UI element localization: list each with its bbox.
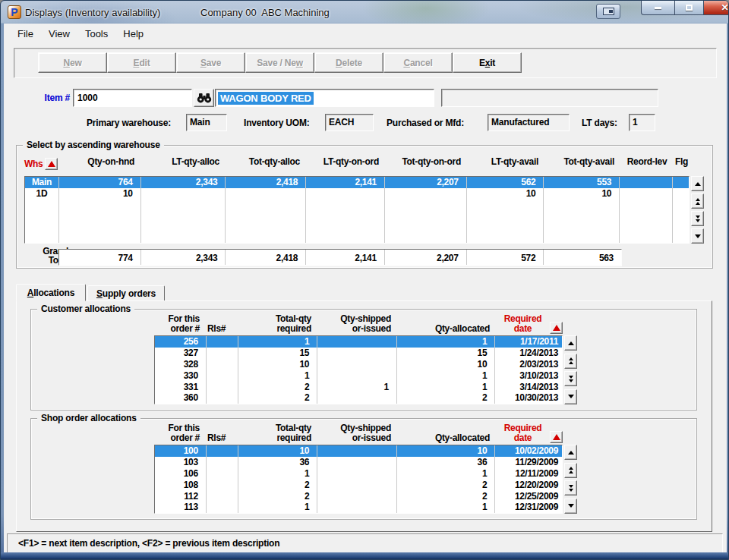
inventory-uom-value: EACH xyxy=(325,114,374,131)
maximize-icon xyxy=(686,5,693,11)
scroll-up-button[interactable] xyxy=(691,176,704,191)
item-number-input[interactable] xyxy=(73,89,192,107)
col-lt-qty-on-ord: LT-qty-on-ord xyxy=(306,156,385,171)
arrow-up-icon xyxy=(695,182,701,186)
warehouse-table[interactable]: Main 764 2,343 2,418 2,141 2,207 562 553… xyxy=(24,176,690,244)
scroll-up-button[interactable] xyxy=(564,335,577,351)
save-new-button: Save / New xyxy=(245,52,314,73)
menu-view[interactable]: View xyxy=(41,26,77,42)
titlebar-company-text: Company 00 ABC Machining xyxy=(200,7,330,18)
tab-allocations[interactable]: Allocations xyxy=(16,284,86,301)
tab-supply-orders[interactable]: Supply orders xyxy=(87,285,165,301)
inventory-uom-label: Inventory UOM: xyxy=(244,118,310,128)
shop-allocation-row[interactable]: 1122212/25/2009 xyxy=(155,491,562,502)
shop-allocation-row[interactable]: 1061112/11/2009 xyxy=(155,468,562,480)
customer-allocations-table[interactable]: 256111/17/2011 32715151/24/2013 32810102… xyxy=(154,335,563,404)
double-arrow-down-icon xyxy=(696,216,700,219)
warehouse-groupbox: Select by ascending warehouse Whs Qty-on… xyxy=(16,145,713,269)
menubar: File View Tools Help xyxy=(4,24,727,43)
client-area: File View Tools Help New Edit Save Save … xyxy=(4,24,727,554)
item-description2-field xyxy=(441,89,658,107)
menu-help[interactable]: Help xyxy=(115,26,151,42)
warehouse-group-title: Select by ascending warehouse xyxy=(23,140,164,150)
empty-row xyxy=(25,232,689,244)
scroll-page-down-button[interactable] xyxy=(691,211,704,226)
shop-allocation-row[interactable]: 1082212/20/2009 xyxy=(155,480,562,491)
whs-sort-button[interactable] xyxy=(45,158,58,170)
scroll-page-up-button[interactable] xyxy=(564,463,577,478)
shop-allocation-row[interactable]: 100101010/02/2009 xyxy=(155,445,562,457)
col-flg: Flg xyxy=(674,156,690,171)
customer-allocation-row[interactable]: 32715151/24/2013 xyxy=(155,348,562,359)
minimize-button[interactable] xyxy=(641,1,675,15)
primary-warehouse-value: Main xyxy=(186,114,227,131)
edit-button: Edit xyxy=(107,52,176,73)
shop-allocations-table[interactable]: 100101010/02/2009 103363611/29/2009 1061… xyxy=(154,445,563,514)
save-button: Save xyxy=(176,52,245,73)
warehouse-scrollbar xyxy=(691,176,704,244)
detach-window-button[interactable] xyxy=(596,4,620,19)
customer-allocation-row[interactable]: 32810102/03/2013 xyxy=(155,359,562,370)
window-title: Displays (Inventory availability) xyxy=(25,7,160,18)
arrow-down-icon xyxy=(568,504,574,508)
col-whs: Whs xyxy=(24,159,43,169)
window-bottom-frame xyxy=(1,552,728,559)
delete-button: Delete xyxy=(314,52,383,73)
customer-allocations-title: Customer allocations xyxy=(37,304,134,314)
arrow-up-icon xyxy=(568,341,574,345)
menu-file[interactable]: File xyxy=(10,26,41,42)
scroll-down-button[interactable] xyxy=(691,228,704,244)
customer-allocation-row[interactable]: 256111/17/2011 xyxy=(155,336,562,348)
scroll-page-up-button[interactable] xyxy=(691,193,704,209)
customer-allocation-row[interactable]: 3602210/30/2013 xyxy=(155,392,562,404)
double-arrow-up-icon xyxy=(569,467,573,470)
lt-days-label: LT days: xyxy=(582,118,617,128)
app-window: P Displays (Inventory availability) Comp… xyxy=(0,0,729,560)
customer-allocations-groupbox: Customer allocations For thisorder # Rls… xyxy=(30,309,697,411)
required-date-sort-button[interactable] xyxy=(550,322,563,334)
empty-row xyxy=(25,221,689,232)
status-bar: <F1> = next item description, <F2> = pre… xyxy=(7,533,723,553)
customer-allocation-row[interactable]: 330113/10/2013 xyxy=(155,370,562,382)
menu-tools[interactable]: Tools xyxy=(77,26,115,42)
customer-allocation-row[interactable]: 3312113/14/2013 xyxy=(155,382,562,393)
scroll-page-up-button[interactable] xyxy=(564,354,577,369)
allocations-tab-panel: Customer allocations For thisorder # Rls… xyxy=(16,300,712,532)
binoculars-icon xyxy=(197,93,212,103)
maximize-button[interactable] xyxy=(675,1,703,15)
sort-ascending-icon xyxy=(553,434,560,440)
item-lookup-button[interactable] xyxy=(194,89,214,107)
lt-days-value: 1 xyxy=(629,114,655,131)
double-arrow-up-icon xyxy=(569,357,573,360)
col-tot-qty-on-ord: Tot-qty-on-ord xyxy=(385,156,467,171)
scroll-up-button[interactable] xyxy=(564,445,577,460)
col-reord-lev: Reord-lev xyxy=(620,156,674,171)
scroll-down-button[interactable] xyxy=(564,389,577,404)
col-qty-on-hnd: Qty-on-hnd xyxy=(58,156,140,171)
scroll-page-down-button[interactable] xyxy=(564,480,577,496)
titlebar[interactable]: P Displays (Inventory availability) Comp… xyxy=(1,1,728,24)
shop-allocation-row[interactable]: 103363611/29/2009 xyxy=(155,457,562,468)
warehouse-table-header: Whs Qty-on-hnd LT-qty-alloc Tot-qty-allo… xyxy=(24,156,690,171)
scroll-page-down-button[interactable] xyxy=(564,371,577,386)
detach-window-icon xyxy=(603,8,614,15)
arrow-down-icon xyxy=(568,395,574,398)
close-button[interactable]: ✕ xyxy=(703,1,729,15)
app-logo-icon: P xyxy=(8,5,21,19)
item-description-field[interactable]: WAGON BODY RED xyxy=(215,89,434,107)
warehouse-row-1d[interactable]: 1D 10 10 10 xyxy=(25,188,689,200)
required-date-sort-button[interactable] xyxy=(550,431,563,443)
primary-warehouse-label: Primary warehouse: xyxy=(87,118,171,128)
customer-allocations-scrollbar xyxy=(564,335,577,404)
warehouse-row-main[interactable]: Main 764 2,343 2,418 2,141 2,207 562 553 xyxy=(25,177,689,188)
exit-button[interactable]: Exit xyxy=(453,52,522,73)
shop-allocations-scrollbar xyxy=(564,445,577,514)
toolbar: New Edit Save Save / New Delete Cancel E… xyxy=(14,48,717,78)
minimize-icon xyxy=(655,7,661,9)
arrow-up-icon xyxy=(568,451,574,455)
sort-ascending-icon xyxy=(553,325,560,331)
shop-allocation-row[interactable]: 1131112/31/2009 xyxy=(155,502,562,513)
scroll-down-button[interactable] xyxy=(564,499,577,514)
shop-allocations-header: For thisorder # Rls# Total-qtyrequired Q… xyxy=(154,423,563,443)
col-tot-qty-avail: Tot-qty-avail xyxy=(544,156,620,171)
